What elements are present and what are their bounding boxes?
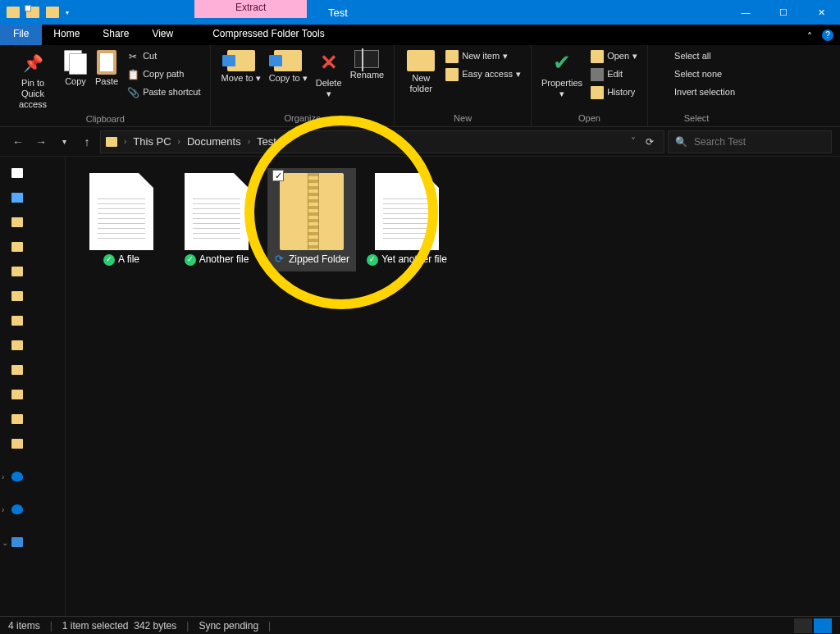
maximize-button[interactable]: ☐ (765, 0, 802, 25)
group-label: Select (684, 112, 710, 125)
sidebar-item[interactable] (3, 311, 62, 331)
chevron-right-icon[interactable]: › (175, 137, 184, 146)
forward-button[interactable]: → (31, 132, 51, 152)
details-view-button[interactable] (794, 618, 812, 633)
sidebar-item-this-pc[interactable]: ⌄ (3, 532, 62, 552)
file-item[interactable]: ✓⟳Zipped Folder (267, 168, 356, 271)
pin-to-quick-access-button[interactable]: 📌Pin to Quick access (8, 48, 57, 112)
expand-icon[interactable]: › (2, 505, 4, 514)
sidebar-item[interactable] (3, 286, 62, 306)
refresh-button[interactable]: ⟳ (641, 136, 659, 148)
chevron-right-icon[interactable]: › (121, 137, 130, 146)
folder-icon (11, 390, 23, 399)
copy-path-button[interactable]: 📋Copy path (125, 66, 185, 83)
search-input[interactable]: 🔍 Search Test (668, 130, 832, 153)
pictures-icon (11, 193, 23, 203)
tab-file[interactable]: File (0, 25, 42, 45)
folder-icon (11, 242, 23, 252)
select-none-button[interactable]: Select none (656, 66, 724, 83)
cut-button[interactable]: ✂Cut (125, 48, 158, 65)
checkbox-icon[interactable]: ✓ (272, 170, 284, 181)
contextual-tab-extract[interactable]: Extract (194, 0, 307, 18)
tab-share[interactable]: Share (91, 25, 140, 45)
ribbon-group-open: ✔Properties▾ Open ▾ Edit History Open (532, 45, 648, 126)
easy-access-button[interactable]: Easy access ▾ (444, 66, 523, 83)
qat-dropdown-icon[interactable]: ▾ (66, 9, 72, 16)
breadcrumb-segment[interactable]: Test (253, 135, 280, 148)
up-button[interactable]: ↑ (77, 132, 97, 152)
tab-view[interactable]: View (140, 25, 185, 45)
folder-icon (11, 340, 23, 350)
help-icon[interactable]: ? (822, 30, 833, 41)
delete-button[interactable]: ✕Delete▾ (314, 48, 344, 101)
sidebar-item-onedrive[interactable]: › (3, 499, 62, 519)
edit-button[interactable]: Edit (589, 66, 624, 83)
navigation-bar: ← → ▾ ↑ › This PC › Documents › Test › ˅… (0, 127, 840, 157)
properties-button[interactable]: ✔Properties▾ (540, 48, 584, 101)
sidebar-item-onedrive[interactable]: › (3, 467, 62, 486)
file-item[interactable]: ✓Yet another file (363, 168, 451, 271)
sidebar-item[interactable] (3, 237, 62, 257)
breadcrumb-segment[interactable]: Documents (184, 135, 244, 148)
cloud-icon (11, 472, 23, 481)
minimize-button[interactable]: — (727, 0, 765, 25)
recent-dropdown-icon[interactable]: ▾ (54, 132, 74, 152)
chevron-right-icon[interactable]: › (244, 137, 253, 146)
open-button[interactable]: Open ▾ (589, 48, 639, 65)
file-item[interactable]: ✓Another file (172, 168, 261, 271)
folder-icon (11, 316, 23, 326)
folder-icon (11, 365, 23, 375)
new-item-button[interactable]: New item ▾ (444, 48, 509, 65)
document-icon (185, 173, 249, 250)
select-all-button[interactable]: Select all (656, 48, 713, 65)
copy-to-button[interactable]: Copy to ▾ (267, 48, 309, 85)
window-title: Test (328, 7, 348, 19)
paste-button[interactable]: Paste (94, 48, 120, 89)
collapse-ribbon-icon[interactable]: ˄ (807, 31, 815, 39)
expand-icon[interactable]: › (2, 472, 4, 481)
sidebar-item[interactable] (3, 360, 62, 380)
folder-icon[interactable] (46, 7, 59, 18)
folder-icon[interactable] (26, 7, 39, 18)
navigation-pane[interactable]: › › ⌄ (0, 157, 66, 616)
back-button[interactable]: ← (8, 132, 28, 152)
synced-icon: ✓ (185, 254, 196, 266)
history-button[interactable]: History (589, 84, 637, 101)
synced-icon: ✓ (103, 254, 115, 266)
document-icon (11, 168, 23, 178)
status-bar: 4 items | 1 item selected 342 bytes | Sy… (0, 616, 840, 634)
group-label: Clipboard (86, 112, 125, 125)
address-dropdown-icon[interactable]: ˅ (626, 136, 641, 148)
new-folder-button[interactable]: New folder (403, 48, 439, 96)
breadcrumb-segment[interactable]: This PC (130, 135, 174, 148)
sidebar-item[interactable] (3, 385, 62, 404)
invert-selection-button[interactable]: Invert selection (656, 84, 737, 101)
paste-shortcut-button[interactable]: 📎Paste shortcut (125, 84, 202, 101)
ribbon-group-new: New folder New item ▾ Easy access ▾ New (395, 45, 532, 126)
sidebar-item[interactable] (3, 212, 62, 232)
sidebar-item[interactable] (3, 434, 62, 454)
move-to-button[interactable]: Move to ▾ (219, 48, 262, 85)
sync-pending-icon: ⟳ (274, 254, 285, 266)
ribbon-group-select: Select all Select none Invert selection … (648, 45, 745, 126)
folder-icon (11, 291, 23, 301)
file-list[interactable]: ✓A file✓Another file✓⟳Zipped Folder✓Yet … (66, 157, 840, 616)
tab-home[interactable]: Home (42, 25, 91, 45)
quick-access-toolbar: ▾ (0, 7, 79, 18)
address-bar[interactable]: › This PC › Documents › Test › ˅ ⟳ (100, 130, 664, 153)
sidebar-item[interactable] (3, 188, 62, 208)
sidebar-item[interactable] (3, 262, 62, 281)
close-button[interactable]: ✕ (802, 0, 840, 25)
sidebar-item[interactable] (3, 163, 62, 183)
folder-icon (11, 217, 23, 227)
chevron-right-icon[interactable]: › (280, 137, 289, 146)
folder-icon[interactable] (7, 7, 20, 18)
tab-compressed-folder-tools[interactable]: Compressed Folder Tools (201, 25, 336, 45)
icons-view-button[interactable] (814, 618, 832, 633)
copy-button[interactable]: Copy (62, 48, 89, 89)
collapse-icon[interactable]: ⌄ (2, 538, 8, 547)
rename-button[interactable]: Rename (349, 48, 386, 82)
file-item[interactable]: ✓A file (77, 168, 166, 271)
sidebar-item[interactable] (3, 409, 62, 429)
sidebar-item[interactable] (3, 335, 62, 355)
